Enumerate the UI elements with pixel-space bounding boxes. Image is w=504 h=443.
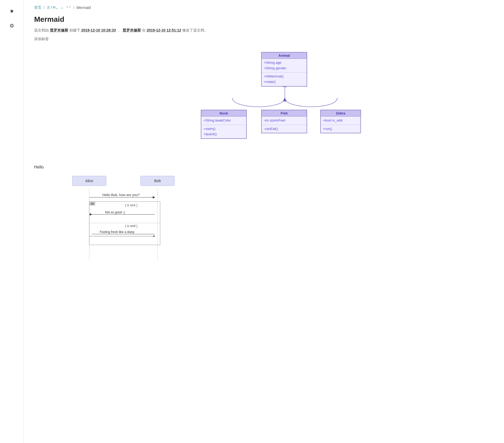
uml-duck-header: Duck [201,110,246,117]
seq-msg-well: Feeling fresh like a daisy [100,230,134,234]
seq-msg-hello: Hello Bob, how are you? [102,193,140,197]
uml-fish-attrs: -int sizeInFeet [262,117,307,125]
doc-meta: 该文档由 普罗米修斯 创建于 2019-12-10 10:28:33 ， 普罗米… [34,27,494,34]
modify-date: 2019-12-10 12:51:12 [147,28,181,32]
uml-animal-attrs: +String age+String gender [262,59,307,73]
create-date: 2019-12-10 10:28:33 [81,28,116,32]
uml-fish-methods: -canEat() [262,125,307,133]
uml-animal-methods: +isMammal()+mate() [262,72,307,86]
breadcrumb-current: Mermaid [76,6,91,10]
app-layout: ★ ⚙ 首页 / 古†Ħ… ₘ ⁰² / Mermaid Mermaid 该文档… [0,0,504,443]
uml-duck-attrs: +String beakColor [201,117,246,125]
alt-condition-sick: [ is sick ] [105,203,158,207]
uml-zebra-methods: +run() [321,125,360,133]
uml-diagram: Animal +String age+String gender +isMamm… [34,49,494,160]
seq-diagram: Alice Bob Hello Bob, how are you? alt [ … [66,174,218,263]
uml-fish-header: Fish [262,110,307,117]
breadcrumb-sep1: / [44,6,45,10]
uml-wrapper: Animal +String age+String gender +isMamm… [172,49,356,160]
seq-msg-sick: Not so good :( [105,210,125,214]
breadcrumb: 首页 / 古†Ħ… ₘ ⁰² / Mermaid [34,5,494,10]
alt-label: alt [90,202,95,205]
uml-zebra-header: Zebra [321,110,360,117]
author2: 普罗米修斯 [123,28,141,32]
seq-svg [66,174,218,263]
actor-alice: Alice [72,176,106,186]
uml-duck-methods: +swim()+quack() [201,125,246,139]
uml-fish: Fish -int sizeInFeet -canEat() [261,110,307,134]
uml-animal-header: Animal [262,52,307,59]
section-hello: Hello [34,165,494,170]
star-icon[interactable]: ★ [7,6,17,16]
add-tag[interactable]: 添加标签 [34,37,494,41]
page-title: Mermaid [34,15,494,24]
alt-condition-well: [ is well ] [105,224,158,228]
main-content: 首页 / 古†Ħ… ₘ ⁰² / Mermaid Mermaid 该文档由 普罗… [24,0,504,443]
uml-animal: Animal +String age+String gender +isMamm… [261,52,307,87]
breadcrumb-middle[interactable]: 古†Ħ… ₘ ⁰² [47,5,71,10]
sidebar: ★ ⚙ [0,0,24,443]
uml-zebra: Zebra +bool is_wild +run() [320,110,361,134]
breadcrumb-sep2: / [74,6,75,10]
uml-zebra-attrs: +bool is_wild [321,117,360,125]
gear-icon[interactable]: ⚙ [7,21,17,30]
uml-duck: Duck +String beakColor +swim()+quack() [201,110,247,139]
actor-bob: Bob [140,176,175,186]
author1: 普罗米修斯 [50,28,68,32]
breadcrumb-home[interactable]: 首页 [34,5,41,10]
svg-rect-7 [89,202,160,245]
